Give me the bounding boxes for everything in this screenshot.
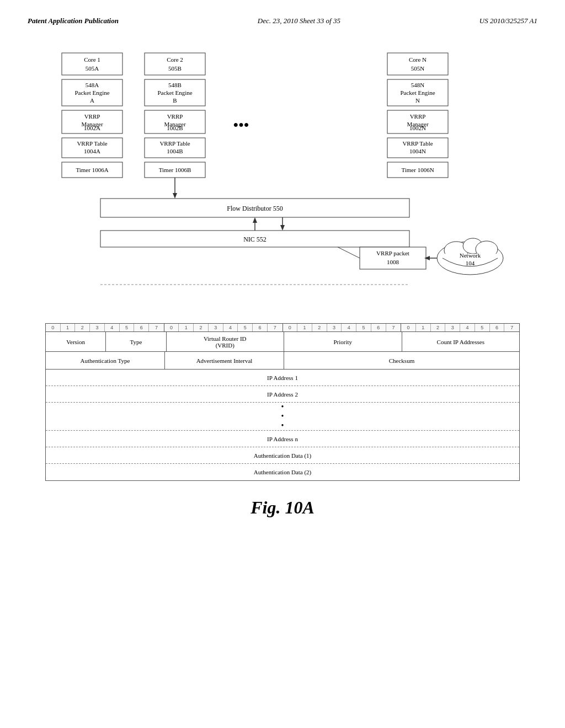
field-type: Type (106, 332, 166, 351)
field-vrid: Virtual Router ID(VRID) (167, 332, 285, 351)
page: Patent Application Publication Dec. 23, … (0, 0, 565, 728)
header-patent-number: US 2010/325257 A1 (479, 17, 537, 25)
field-priority: Priority (284, 332, 402, 351)
bit-7: 7 (149, 324, 164, 331)
svg-text:Packet Engine: Packet Engine (157, 89, 192, 96)
svg-text:505N: 505N (411, 65, 425, 72)
field-auth-data-1: Authentication Data (1) (46, 447, 519, 463)
svg-text:548B: 548B (168, 82, 182, 88)
field-advert-interval: Advertisement Interval (165, 352, 284, 369)
svg-text:VRRP Table: VRRP Table (159, 140, 190, 147)
bit-3: 3 (90, 324, 105, 331)
packet-row-4: IP Address 2 (46, 386, 519, 403)
field-version: Version (46, 332, 106, 351)
svg-text:A: A (90, 97, 94, 104)
svg-text:505A: 505A (86, 65, 99, 72)
header-date-sheet: Dec. 23, 2010 Sheet 33 of 35 (258, 17, 340, 25)
svg-marker-50 (173, 193, 177, 199)
svg-text:Core N: Core N (409, 56, 427, 63)
svg-text:Network: Network (460, 252, 481, 259)
svg-line-62 (338, 247, 360, 258)
packet-row-2: Authentication Type Advertisement Interv… (46, 352, 519, 370)
svg-text:Flow Distributor 550: Flow Distributor 550 (227, 205, 282, 212)
header-publication: Patent Application Publication (28, 17, 119, 25)
packet-row-1: Version Type Virtual Router ID(VRID) Pri… (46, 332, 519, 352)
bit-header-row: 0 1 2 3 4 5 6 7 0 1 2 3 4 5 6 7 (46, 324, 519, 332)
packet-row-dots: • • • (46, 403, 519, 431)
field-checksum: Checksum (284, 352, 519, 369)
svg-text:VRRP: VRRP (410, 113, 426, 120)
bit-1: 1 (61, 324, 76, 331)
packet-row-ipn: IP Address n (46, 431, 519, 447)
svg-text:104: 104 (466, 260, 475, 266)
svg-text:1008: 1008 (387, 259, 399, 265)
svg-text:VRRP Table: VRRP Table (77, 140, 107, 147)
svg-text:1002N: 1002N (409, 125, 426, 131)
svg-text:Timer 1006A: Timer 1006A (76, 167, 108, 173)
svg-text:●●●: ●●● (233, 120, 249, 129)
svg-text:1002A: 1002A (84, 125, 100, 131)
field-dots: • • • (46, 403, 519, 430)
svg-text:Core 1: Core 1 (84, 56, 100, 63)
bit-2: 2 (75, 324, 90, 331)
field-count-ip: Count IP Addresses (402, 332, 520, 351)
bit-5: 5 (120, 324, 135, 331)
svg-text:548N: 548N (411, 82, 425, 88)
svg-text:N: N (415, 97, 420, 104)
packet-row-auth1: Authentication Data (1) (46, 447, 519, 464)
packet-row-auth2: Authentication Data (2) (46, 464, 519, 480)
svg-text:505B: 505B (168, 65, 182, 72)
packet-row-3: IP Address 1 (46, 370, 519, 386)
svg-text:1004B: 1004B (167, 148, 183, 154)
svg-marker-54 (280, 225, 285, 231)
figure-caption: Fig. 10A (28, 497, 537, 518)
svg-text:B: B (173, 97, 177, 104)
svg-marker-58 (253, 217, 257, 223)
field-ipn: IP Address n (46, 431, 519, 447)
svg-text:Timer 1006B: Timer 1006B (159, 167, 191, 173)
svg-text:VRRP: VRRP (167, 113, 183, 120)
field-auth-data-2: Authentication Data (2) (46, 464, 519, 480)
svg-text:Timer 1006N: Timer 1006N (401, 167, 434, 173)
bit-0: 0 (46, 324, 61, 331)
page-header: Patent Application Publication Dec. 23, … (28, 17, 537, 25)
field-ip2: IP Address 2 (46, 386, 519, 402)
svg-text:VRRP: VRRP (84, 113, 100, 120)
svg-text:VRRP packet: VRRP packet (376, 250, 409, 256)
svg-text:548A: 548A (86, 82, 99, 88)
svg-text:NIC 552: NIC 552 (243, 235, 266, 243)
field-ip1: IP Address 1 (46, 370, 519, 386)
bit-6: 6 (134, 324, 149, 331)
svg-text:VRRP Table: VRRP Table (402, 140, 433, 147)
svg-text:Packet Engine: Packet Engine (74, 89, 109, 96)
field-auth-type: Authentication Type (46, 352, 165, 369)
architecture-diagram: Core 1 505A 548A Packet Engine A VRRP Ma… (45, 47, 520, 318)
svg-text:1004N: 1004N (409, 148, 426, 154)
svg-text:Packet Engine: Packet Engine (400, 89, 435, 96)
bit-4: 4 (105, 324, 120, 331)
packet-format-table: 0 1 2 3 4 5 6 7 0 1 2 3 4 5 6 7 (45, 323, 520, 481)
svg-text:Core 2: Core 2 (167, 56, 183, 63)
svg-text:1004A: 1004A (84, 148, 100, 154)
svg-text:1002B: 1002B (167, 125, 183, 131)
